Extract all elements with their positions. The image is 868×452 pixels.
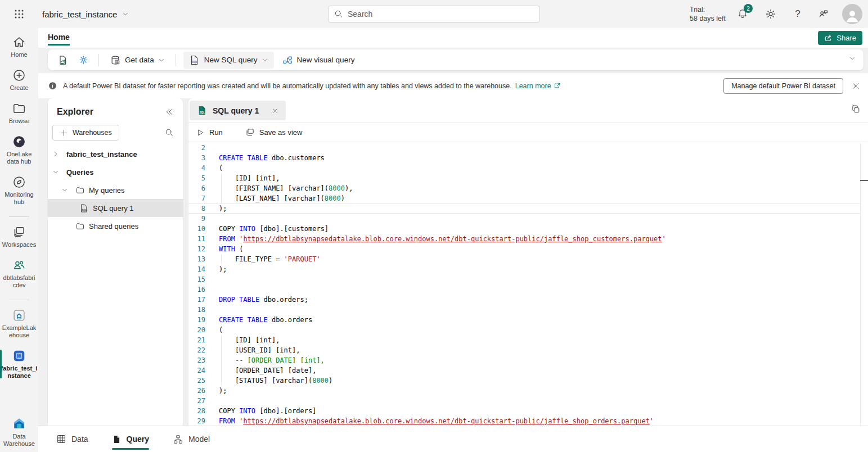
table-grid-icon [56, 434, 66, 444]
line-number: 8 [188, 204, 205, 214]
onelake-icon [12, 134, 26, 149]
line-number: 16 [188, 284, 205, 295]
new-visual-query-button[interactable]: New visual query [278, 52, 358, 68]
line-number: 2 [188, 143, 205, 153]
tab-sql-query-1[interactable]: SQL SQL query 1 [190, 101, 286, 120]
code-line-12: 12WITH ( [188, 244, 860, 254]
rail-item-onelake-data-hub[interactable]: OneLakedata hub [0, 134, 38, 165]
code-line-21: 21 [ID] [int], [188, 335, 860, 345]
svg-text:SQL: SQL [199, 111, 205, 114]
explorer-search-icon[interactable] [165, 128, 174, 137]
explorer-title: Explorer [57, 107, 93, 117]
rail-item-create[interactable]: Create [0, 68, 38, 92]
line-number: 28 [188, 406, 205, 416]
rail-item-label: fabric_test_instance [1, 365, 38, 379]
run-button[interactable]: Run [196, 128, 223, 137]
rail-item-workspaces[interactable]: Workspaces [0, 225, 38, 248]
chevron-down-icon [52, 169, 59, 175]
new-visual-query-label: New visual query [297, 56, 355, 64]
database-icon [110, 55, 121, 66]
code-line-2: 2 [188, 143, 860, 153]
line-number: 29 [188, 416, 205, 426]
code-line-9: 9 [188, 214, 860, 224]
line-number: 26 [188, 386, 205, 396]
help-icon[interactable]: ? [791, 7, 804, 21]
waffle-icon[interactable] [12, 7, 26, 21]
visual-query-icon [282, 55, 293, 66]
copy-icon[interactable] [851, 105, 861, 114]
line-number: 18 [188, 305, 205, 315]
rail-item-dbtlabsfabricdev[interactable]: dbtlabsfabricdev [0, 258, 38, 289]
search-box[interactable] [328, 6, 540, 22]
workspace-title: fabric_test_instance [42, 10, 117, 19]
tab-home[interactable]: Home [48, 33, 70, 46]
view-tab-data[interactable]: Data [56, 426, 88, 452]
collapse-ribbon-chevron-icon[interactable] [849, 55, 856, 62]
avatar[interactable] [842, 4, 862, 24]
new-sql-query-button[interactable]: SQLNew SQL query [183, 52, 274, 69]
view-switcher-bar: DataQueryModel [38, 426, 868, 452]
ribbon-toolbar: Get dataSQLNew SQL queryNew visual query [48, 49, 863, 70]
share-button[interactable]: Share [818, 31, 862, 45]
view-tab-label: Query [127, 435, 149, 444]
add-warehouses-button[interactable]: Warehouses [52, 125, 119, 141]
model-diagram-icon [173, 434, 183, 445]
code-line-11: 11FROM 'https://dbtlabsynapsedatalake.bl… [188, 234, 860, 244]
line-number: 24 [188, 365, 205, 376]
tree-item-label: Shared queries [89, 222, 138, 230]
tree-item-sql-query-1[interactable]: SQLSQL query 1 [48, 199, 183, 217]
explorer-tree: fabric_test_instanceQueriesMy queriesSQL… [48, 145, 183, 235]
code-line-6: 6 [FIRST_NAME] [varchar](8000), [188, 183, 860, 193]
workspace-title-dropdown[interactable]: fabric_test_instance [42, 0, 129, 28]
line-number: 20 [188, 325, 205, 335]
editor-overview-ruler[interactable] [860, 143, 868, 426]
tree-item-shared-queries[interactable]: Shared queries [48, 217, 183, 235]
view-tab-label: Model [188, 435, 210, 444]
folder-small-icon [75, 222, 85, 231]
tree-item-my-queries[interactable]: My queries [48, 181, 183, 199]
learn-more-link[interactable]: Learn more [515, 82, 561, 90]
tree-item-fabric-test-instance[interactable]: fabric_test_instance [48, 145, 183, 163]
save-as-view-icon [245, 128, 255, 137]
person-icon [844, 7, 861, 24]
chevron-down-icon [262, 57, 268, 64]
rail-item-label: Create [10, 84, 28, 92]
line-number: 13 [188, 254, 205, 264]
settings-gear-icon[interactable] [764, 7, 777, 21]
banner-close-icon[interactable] [851, 82, 860, 91]
refresh-button[interactable] [55, 52, 71, 68]
feedback-icon[interactable] [817, 7, 830, 21]
search-input[interactable] [348, 10, 539, 19]
sql-code-editor[interactable]: 23CREATE TABLE dbo.customers4(5 [ID] [in… [188, 143, 860, 426]
line-number: 21 [188, 335, 205, 345]
data-warehouse-icon [11, 415, 27, 431]
tab-close-icon[interactable] [272, 107, 278, 114]
rail-item-browse[interactable]: Browse [0, 101, 38, 125]
code-line-26: 26); [188, 386, 860, 396]
compass-icon [12, 175, 26, 189]
rail-item-monitoring-hub[interactable]: Monitoringhub [0, 175, 38, 206]
tree-item-queries[interactable]: Queries [48, 163, 183, 181]
view-tab-query[interactable]: Query [112, 426, 149, 452]
code-line-23: 23 -- [ORDER_DATE] [int], [188, 355, 860, 365]
settings-button[interactable] [75, 52, 91, 68]
manage-default-dataset-button[interactable]: Manage default Power BI dataset [723, 78, 843, 94]
save-as-view-button[interactable]: Save as view [245, 128, 303, 137]
view-tab-model[interactable]: Model [173, 426, 210, 452]
chevron-down-icon [122, 11, 129, 17]
line-number: 27 [188, 396, 205, 406]
collapse-panel-icon[interactable] [165, 107, 174, 116]
code-line-8: 8); [188, 204, 860, 214]
gear-blue-icon [78, 55, 89, 65]
top-bar: fabric_test_instance Trial: 58 days left… [0, 0, 868, 28]
folder-icon [12, 101, 26, 116]
code-line-14: 14); [188, 264, 860, 274]
line-number: 6 [188, 183, 205, 193]
get-data-button[interactable]: Get data [106, 52, 168, 68]
rail-item-fabric-test-instance[interactable]: fabric_test_instance [0, 349, 38, 379]
rail-item-home[interactable]: Home [0, 35, 38, 58]
code-line-15: 15 [188, 274, 860, 284]
rail-item-examplelakehouse[interactable]: ExampleLakehouse [0, 308, 38, 339]
line-number: 14 [188, 264, 205, 274]
rail-item-data-warehouse[interactable]: DataWarehouse [0, 415, 38, 448]
